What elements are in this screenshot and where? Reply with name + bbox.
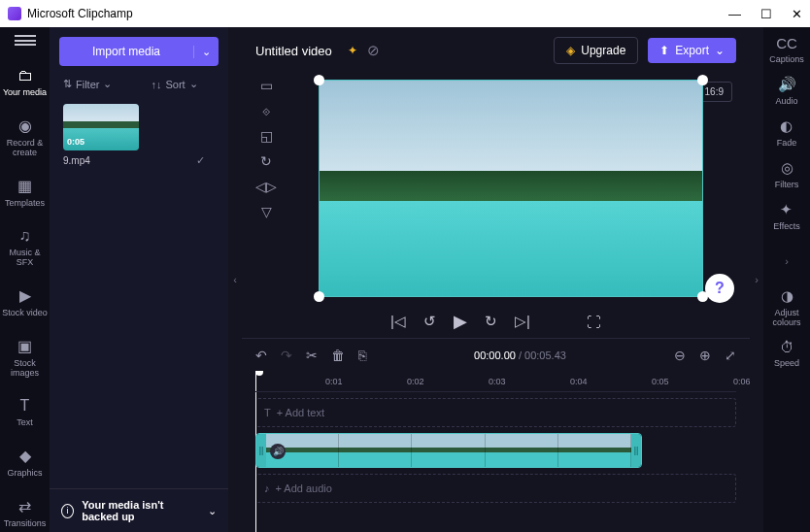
canvas-tools: ▭ ⟐ ◱ ↻ ◁▷ ▽	[252, 78, 281, 297]
nav-text[interactable]: TText	[0, 393, 50, 431]
chevron-down-icon: ⌄	[189, 78, 198, 90]
filter-button[interactable]: ⇅Filter⌄	[63, 78, 112, 90]
zoom-in-icon[interactable]: ⊕	[699, 348, 711, 363]
minimize-button[interactable]: —	[728, 7, 741, 21]
speaker-icon[interactable]: 🔊	[270, 444, 286, 459]
export-button[interactable]: ⬆Export⌄	[648, 38, 736, 63]
nav-speed[interactable]: ⏱Speed	[774, 339, 799, 368]
resize-handle[interactable]	[697, 75, 708, 85]
pip-icon[interactable]: ◱	[260, 128, 273, 144]
backup-notice[interactable]: i Your media isn't backed up ⌄	[50, 488, 228, 532]
video-icon: ▶	[19, 286, 31, 305]
window-titlebar: Microsoft Clipchamp — ☐ ✕	[0, 0, 810, 27]
chevron-down-icon: ⌄	[103, 78, 112, 90]
split-icon[interactable]: ✂	[306, 348, 318, 363]
delete-icon[interactable]: 🗑	[331, 348, 345, 363]
nav-stock-video[interactable]: ▶Stock video	[0, 283, 50, 321]
resize-handle[interactable]	[314, 291, 324, 302]
chevron-down-icon: ⌄	[715, 44, 725, 57]
resize-handle[interactable]	[314, 75, 324, 85]
skip-start-icon[interactable]: |◁	[390, 313, 406, 330]
text-track[interactable]: T+ Add text	[255, 398, 736, 427]
upload-icon: ⬆	[659, 44, 669, 57]
text-icon: T	[264, 407, 271, 418]
timeline-ruler[interactable]: 0:01 0:02 0:03 0:04 0:05 0:06	[255, 371, 736, 392]
timecode: 00:00.00 / 00:05.43	[380, 349, 660, 361]
maximize-button[interactable]: ☐	[760, 7, 772, 21]
text-icon: T	[20, 397, 30, 415]
templates-icon: ▦	[17, 177, 32, 195]
skip-end-icon[interactable]: ▷|	[515, 313, 530, 330]
playback-controls: |◁ ↺ ▶ ↻ ▷| ⛶	[242, 303, 750, 338]
app-logo-icon	[8, 7, 21, 20]
timeline[interactable]: 0:01 0:02 0:03 0:04 0:05 0:06 T+ Add tex…	[242, 371, 750, 532]
forward-icon[interactable]: ↻	[485, 313, 497, 330]
visibility-off-icon[interactable]: ⊘	[367, 42, 380, 59]
redo-icon[interactable]: ↷	[281, 348, 292, 363]
folder-icon: 🗀	[17, 67, 33, 84]
sort-icon: ↑↓	[151, 79, 161, 90]
nav-audio[interactable]: 🔊Audio	[775, 76, 797, 106]
speed-icon: ⏱	[780, 339, 794, 355]
right-sidebar: CCCaptions 🔊Audio ◐Fade ◎Filters ✦Effect…	[763, 27, 810, 532]
hamburger-menu-icon[interactable]	[15, 35, 36, 46]
import-media-button[interactable]: Import media ⌄	[59, 37, 219, 66]
nav-templates[interactable]: ▦Templates	[0, 173, 50, 212]
graphics-icon: ◆	[19, 447, 31, 465]
flip-h-icon[interactable]: ◁▷	[255, 179, 277, 194]
app-title: Microsoft Clipchamp	[27, 7, 133, 20]
audio-track[interactable]: ♪+ Add audio	[255, 474, 736, 503]
nav-filters[interactable]: ◎Filters	[775, 159, 799, 189]
project-title[interactable]: Untitled video	[255, 44, 332, 58]
music-icon: ♪	[264, 482, 270, 494]
media-duration: 0:05	[67, 137, 84, 147]
play-button[interactable]: ▶	[454, 311, 467, 332]
playhead-handle[interactable]	[255, 371, 263, 376]
nav-record-create[interactable]: ◉Record & create	[0, 113, 50, 161]
nav-transitions[interactable]: ⇄Transitions	[0, 493, 50, 532]
clip-handle-right[interactable]: ||	[631, 434, 641, 467]
undo-icon[interactable]: ↶	[255, 348, 267, 363]
media-filename: 9.mp4	[63, 155, 90, 166]
flip-v-icon[interactable]: ▽	[261, 204, 272, 219]
chevron-down-icon: ⌄	[208, 505, 217, 517]
zoom-out-icon[interactable]: ⊖	[674, 348, 686, 363]
media-thumbnail[interactable]: 0:05	[63, 104, 139, 150]
nav-graphics[interactable]: ◆Graphics	[0, 443, 50, 482]
help-button[interactable]: ?	[705, 274, 734, 303]
rewind-icon[interactable]: ↺	[423, 313, 436, 330]
filters-icon: ◎	[781, 159, 793, 177]
timeline-toolbar: ↶ ↷ ✂ 🗑 ⎘ 00:00.00 / 00:05.43 ⊖ ⊕ ⤢	[242, 338, 750, 371]
clip-handle-left[interactable]: ||	[256, 434, 266, 467]
nav-music-sfx[interactable]: ♫Music & SFX	[0, 223, 50, 271]
sort-button[interactable]: ↑↓Sort⌄	[151, 78, 197, 90]
collapse-right-icon[interactable]: ›	[785, 247, 789, 276]
media-panel: Import media ⌄ ⇅Filter⌄ ↑↓Sort⌄ 0:05 9.m…	[50, 27, 228, 532]
preview-canvas[interactable]	[319, 80, 703, 297]
nav-effects[interactable]: ✦Effects	[773, 201, 799, 231]
duplicate-icon[interactable]: ⎘	[358, 348, 366, 363]
premium-badge-icon: ✦	[348, 44, 357, 57]
collapse-panel-left[interactable]: ‹	[228, 27, 242, 532]
nav-your-media[interactable]: 🗀Your media	[0, 63, 50, 101]
video-clip[interactable]: || 🔊 ||	[255, 433, 642, 468]
nav-stock-images[interactable]: ▣Stock images	[0, 333, 50, 382]
collapse-panel-right[interactable]: ›	[750, 27, 763, 532]
upgrade-button[interactable]: ◈Upgrade	[554, 37, 638, 64]
rotate-icon[interactable]: ↻	[260, 153, 272, 169]
camera-icon: ◉	[18, 116, 32, 135]
check-icon: ✓	[196, 154, 205, 167]
nav-adjust-colours[interactable]: ◑Adjust colours	[763, 287, 810, 327]
info-icon: i	[61, 504, 74, 518]
zoom-fit-icon[interactable]: ⤢	[725, 348, 736, 363]
nav-fade[interactable]: ◐Fade	[777, 117, 797, 148]
captions-icon: CC	[776, 35, 797, 51]
colours-icon: ◑	[781, 287, 793, 305]
close-button[interactable]: ✕	[792, 7, 802, 21]
nav-captions[interactable]: CCCaptions	[769, 35, 804, 64]
fullscreen-icon[interactable]: ⛶	[587, 314, 601, 330]
fit-icon[interactable]: ▭	[260, 78, 273, 93]
import-dropdown-icon[interactable]: ⌄	[193, 46, 219, 58]
fade-icon: ◐	[780, 117, 793, 135]
crop-icon[interactable]: ⟐	[262, 103, 270, 118]
